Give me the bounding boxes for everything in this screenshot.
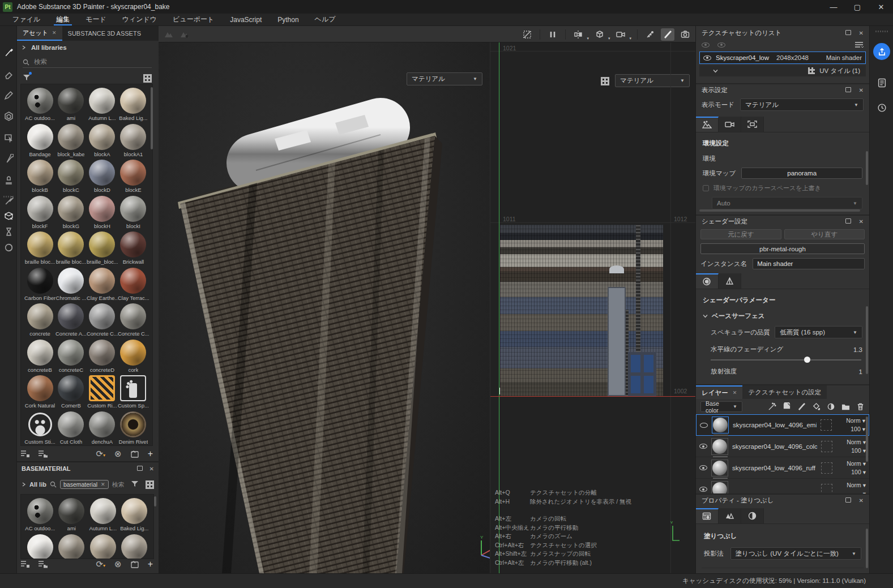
basematerial-scrollbar[interactable] [154,496,156,507]
tab-camera[interactable] [719,117,741,132]
asset-tile[interactable]: blockE [118,160,149,196]
library-selector[interactable]: All libraries [22,44,67,51]
projection-dropdown[interactable]: 塗りつぶし (UV タイルごとに一致) ▼ [730,547,862,560]
asset-tile[interactable]: Carbon Fiber [24,268,55,304]
tab-material-sphere[interactable] [741,508,764,523]
filter-icon[interactable] [131,480,139,488]
asset-tile[interactable]: braille_bloc... [87,231,118,268]
float-panel-icon[interactable] [845,497,851,503]
share-export-button[interactable] [873,43,890,60]
pause-engine-icon[interactable] [546,28,559,41]
specular-quality-dropdown[interactable]: 低画質 (16 spp) ▼ [775,326,862,338]
asset-tile[interactable]: ami [55,88,87,124]
tab-close-icon[interactable]: ✕ [52,30,57,36]
layer-mask-slot[interactable] [821,419,832,431]
asset-tile[interactable]: Concrete A... [55,303,87,340]
uv-tile-grid-icon[interactable] [601,77,609,85]
projection-tool-icon[interactable] [2,89,15,101]
project-notes-icon[interactable] [875,76,888,89]
layer-row[interactable]: skyscraper04_low_4096_color Norm ▾ 100 ▾ [696,436,869,457]
particles-icon[interactable] [643,28,657,41]
opacity-dropdown[interactable]: 100 ▾ [851,469,866,475]
hide-selection-icon[interactable] [520,28,534,41]
display-mode-dropdown[interactable]: マテリアル ▼ [740,98,864,111]
dock-grip[interactable] [875,31,888,32]
asset-tile[interactable]: AC outdoo... [24,498,56,534]
add-fill-layer-icon[interactable] [812,402,821,411]
layer-mask-slot[interactable] [821,441,832,452]
asset-tile[interactable]: Brickwall [118,231,149,268]
list-view-icon[interactable] [20,560,30,568]
slider-knob[interactable] [804,357,810,363]
redo-button[interactable]: やり直す [784,229,865,239]
asset-tile[interactable]: Clay Terrac... [118,268,149,304]
refresh-icon[interactable]: ⟳▾ [96,559,105,569]
asset-tile[interactable] [56,534,88,560]
history-clock-icon[interactable] [875,101,888,114]
screenshot-camera-icon[interactable] [678,28,692,41]
basematerial-lib-label[interactable]: All lib [29,481,46,488]
menu-item[interactable]: JavaScript [222,14,270,25]
asset-tile[interactable]: blockC [55,160,87,196]
menu-item[interactable]: ビューポート [165,14,222,25]
close-button[interactable]: ✕ [869,0,893,14]
perspective-cube-icon[interactable] [593,28,606,41]
menu-item[interactable]: 編集 [48,14,78,25]
close-panel-icon[interactable]: ✕ [859,87,864,93]
grid-view-icon[interactable] [146,480,154,489]
asset-search-input[interactable]: 検索 [23,57,152,68]
show-one-eye-icon[interactable] [717,42,725,48]
list-view-icon[interactable] [20,450,30,458]
channel-dropdown[interactable]: Base color ▼ [700,401,742,412]
asset-tile[interactable]: concreteC [55,340,87,376]
asset-grid-scrollbar[interactable] [151,87,153,149]
grid-view-icon[interactable] [143,74,152,83]
asset-tile[interactable]: Concrete C... [118,303,149,340]
asset-tile[interactable]: Cork Natural [24,375,55,411]
panel-scrollbar[interactable] [866,151,868,185]
asset-tile[interactable] [119,534,151,560]
search-tag[interactable]: basematerial ✕ [60,480,109,489]
tab-assets[interactable]: アセット ✕ [17,26,62,41]
asset-tile[interactable]: ami [56,498,88,534]
chevron-right-icon[interactable] [22,482,26,487]
asset-tile[interactable]: blockA1 [118,124,149,160]
add-asset-icon[interactable]: + [148,449,153,459]
asset-tile[interactable]: blockI [118,196,149,232]
panel-scrollbar[interactable] [866,306,868,374]
add-generator-icon[interactable] [827,402,835,411]
close-panel-icon[interactable]: ✕ [859,218,864,225]
tab-close-icon[interactable]: ✕ [733,390,737,396]
asset-tile[interactable]: Concrete C... [87,303,118,340]
tab-layers[interactable]: レイヤー ✕ [696,385,742,399]
asset-tile[interactable]: blockH [87,196,118,232]
asset-tile[interactable]: braille bloc... [24,231,55,268]
layer-visibility-eye-icon[interactable] [700,423,708,428]
colorspace-dropdown[interactable]: Auto ▼ [712,197,862,209]
menu-item[interactable]: ヘルプ [307,14,344,25]
asset-tile[interactable]: concrete [24,303,55,340]
asset-tile[interactable]: denchuA [87,411,118,447]
tag-close-icon[interactable]: ✕ [101,482,105,487]
asset-tile[interactable]: AC outdoo... [24,88,55,124]
asset-tile[interactable]: Chromatic ... [55,268,87,304]
shader-select-button[interactable]: pbr-metal-rough [700,243,865,254]
env-map-button[interactable]: panorama [741,168,862,179]
layer-row[interactable]: skyscraper04_low_4096_emit Norm ▾ 100 ▾ [696,414,869,436]
float-panel-icon[interactable] [845,87,851,92]
eraser-tool-icon[interactable] [2,68,15,80]
mountain-settings-icon[interactable] [180,30,189,38]
camera-projection-icon[interactable] [614,28,627,41]
asset-tile[interactable]: blockG [55,196,87,232]
material-mode-dropdown-3d[interactable]: マテリアル ▼ [407,72,482,85]
asset-tile[interactable] [24,534,56,560]
horizon-fading-slider[interactable] [711,359,861,360]
tab-viewport-settings[interactable] [741,117,764,132]
colorspace-override-checkbox[interactable] [703,185,709,191]
layer-mask-slot[interactable] [821,462,832,474]
blend-mode-dropdown[interactable]: Norm ▾ [847,460,866,467]
delete-asset-icon[interactable]: ⊗ [114,559,122,569]
asset-tile[interactable]: Baked Lig... [119,498,151,534]
list-folder-icon[interactable] [38,560,48,568]
filter-icon[interactable] [23,73,31,83]
